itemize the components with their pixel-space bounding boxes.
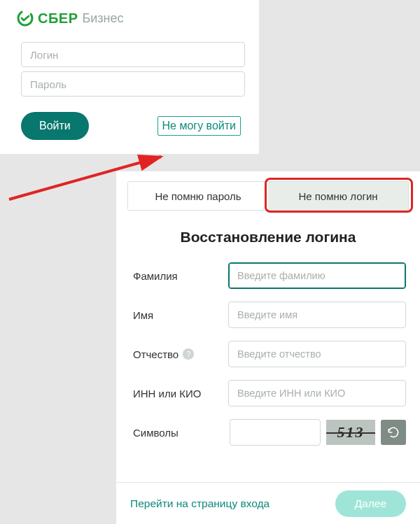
login-input[interactable]	[21, 42, 245, 67]
login-actions: Войти Не могу войти	[17, 112, 246, 140]
row-captcha: Символы 513	[133, 419, 406, 446]
login-panel: СБЕР Бизнес Войти Не могу войти	[0, 0, 259, 154]
label-surname: Фамилия	[133, 270, 224, 282]
password-input[interactable]	[21, 71, 245, 97]
help-icon[interactable]: ?	[183, 348, 194, 360]
captcha-image: 513	[326, 420, 375, 445]
next-button[interactable]: Далее	[335, 490, 406, 517]
label-captcha: Символы	[133, 427, 224, 439]
sber-logo-icon	[17, 10, 34, 27]
brand-logo: СБЕР Бизнес	[17, 10, 246, 27]
row-surname: Фамилия	[133, 262, 406, 289]
inn-input[interactable]	[228, 380, 406, 406]
label-name: Имя	[133, 309, 224, 321]
row-patronymic: Отчество ?	[133, 341, 406, 367]
patronymic-input[interactable]	[228, 341, 406, 367]
row-name: Имя	[133, 302, 406, 328]
row-inn: ИНН или КИО	[133, 380, 406, 406]
label-patronymic-text: Отчество	[133, 348, 178, 360]
refresh-icon	[386, 425, 400, 439]
back-to-login-link[interactable]: Перейти на страницу входа	[130, 497, 270, 510]
surname-input[interactable]	[228, 262, 406, 289]
recover-form: Фамилия Имя Отчество ? ИНН или КИО Симво…	[116, 262, 420, 446]
recover-panel: Не помню пароль Не помню логин Восстанов…	[116, 171, 420, 524]
label-inn: ИНН или КИО	[133, 388, 224, 399]
tab-forgot-login[interactable]: Не помню логин	[268, 182, 408, 210]
brand-sub: Бизнес	[83, 11, 124, 26]
captcha-input[interactable]	[230, 419, 321, 446]
cant-login-link[interactable]: Не могу войти	[158, 116, 241, 136]
recover-title: Восстановление логина	[116, 229, 420, 246]
tab-forgot-password[interactable]: Не помню пароль	[128, 182, 268, 210]
name-input[interactable]	[228, 302, 406, 328]
brand-main: СБЕР	[38, 10, 78, 27]
recover-footer: Перейти на страницу входа Далее	[116, 482, 420, 524]
captcha-refresh-button[interactable]	[381, 420, 406, 445]
enter-button[interactable]: Войти	[21, 112, 89, 140]
recover-tabs: Не помню пароль Не помню логин	[127, 181, 409, 211]
label-patronymic: Отчество ?	[133, 348, 224, 360]
captcha-value: 513	[337, 423, 365, 441]
